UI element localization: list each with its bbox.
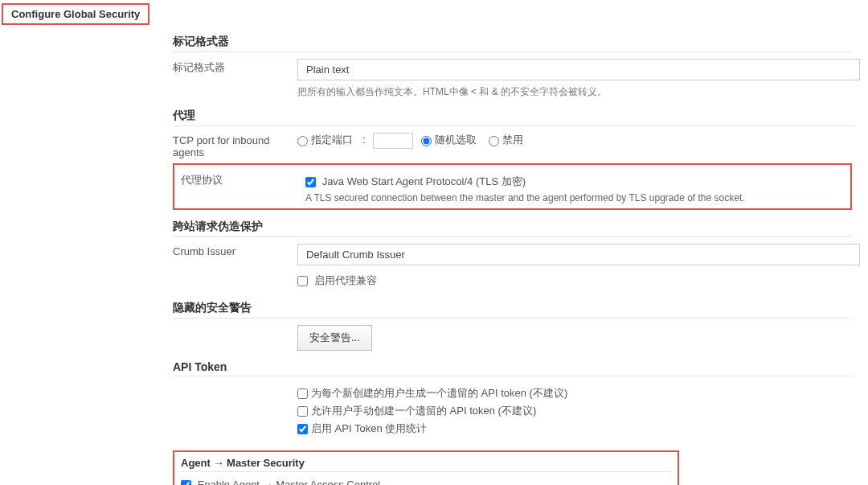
agent-protocol-highlight: 代理协议 Java Web Start Agent Protocol/4 (TL… xyxy=(173,163,852,210)
enable-agent-master-checkbox[interactable] xyxy=(181,480,191,485)
agent-master-highlight: Agent → Master Security Enable Agent → M… xyxy=(173,450,679,485)
proxy-compat-checkbox[interactable] xyxy=(297,276,308,286)
security-warnings-button[interactable]: 安全警告... xyxy=(297,325,372,351)
page-title: Configure Global Security xyxy=(2,3,149,25)
api-token-opt2-label[interactable]: 允许用户手动创建一个遗留的 API token (不建议) xyxy=(297,405,536,417)
radio-disable-port[interactable]: 禁用 xyxy=(489,134,523,146)
section-csrf: 跨站请求伪造保护 xyxy=(173,220,852,237)
agent-protocol-desc: A TLS secured connection between the mas… xyxy=(305,192,844,203)
api-token-opt2-checkbox[interactable] xyxy=(297,406,308,417)
section-agent-master: Agent → Master Security xyxy=(181,457,671,472)
section-api-token: API Token xyxy=(173,360,852,376)
radio-disable-port-input[interactable] xyxy=(489,136,499,146)
section-hidden-warnings: 隐藏的安全警告 xyxy=(173,301,852,319)
markup-formatter-label: 标记格式器 xyxy=(173,57,297,75)
proxy-compat-label[interactable]: 启用代理兼容 xyxy=(297,274,377,286)
agent-protocol-label: 代理协议 xyxy=(181,170,305,187)
crumb-issuer-select[interactable]: Default Crumb Issuer xyxy=(297,244,860,265)
api-token-opt1-label[interactable]: 为每个新创建的用户生成一个遗留的 API token (不建议) xyxy=(297,387,567,399)
agent-protocol-checkbox[interactable] xyxy=(305,177,316,187)
crumb-issuer-label: Crumb Issuer xyxy=(173,242,297,257)
enable-agent-master-label[interactable]: Enable Agent → Master Access Control xyxy=(181,479,380,485)
radio-fixed-port[interactable]: 指定端口 xyxy=(297,134,353,146)
api-token-opt1-checkbox[interactable] xyxy=(297,388,308,399)
radio-random-port[interactable]: 随机选取 xyxy=(421,134,477,146)
markup-formatter-select[interactable]: Plain text xyxy=(297,59,860,80)
api-token-opt3-label[interactable]: 启用 API Token 使用统计 xyxy=(297,422,427,434)
section-agent: 代理 xyxy=(173,109,852,126)
markup-formatter-hint: 把所有的输入都当作纯文本。HTML中像 < 和 & 的不安全字符会被转义。 xyxy=(297,85,860,99)
api-token-opt3-checkbox[interactable] xyxy=(297,424,308,434)
radio-random-port-input[interactable] xyxy=(421,136,432,146)
radio-fixed-port-input[interactable] xyxy=(297,136,308,146)
section-markup-formatter: 标记格式器 xyxy=(173,35,852,52)
tcp-port-label: TCP port for inbound agents xyxy=(173,131,297,158)
config-form: 标记格式器 标记格式器 Plain text 把所有的输入都当作纯文本。HTML… xyxy=(173,35,868,485)
tcp-port-input[interactable] xyxy=(373,133,413,149)
agent-protocol-checkbox-label[interactable]: Java Web Start Agent Protocol/4 (TLS 加密) xyxy=(305,175,526,187)
